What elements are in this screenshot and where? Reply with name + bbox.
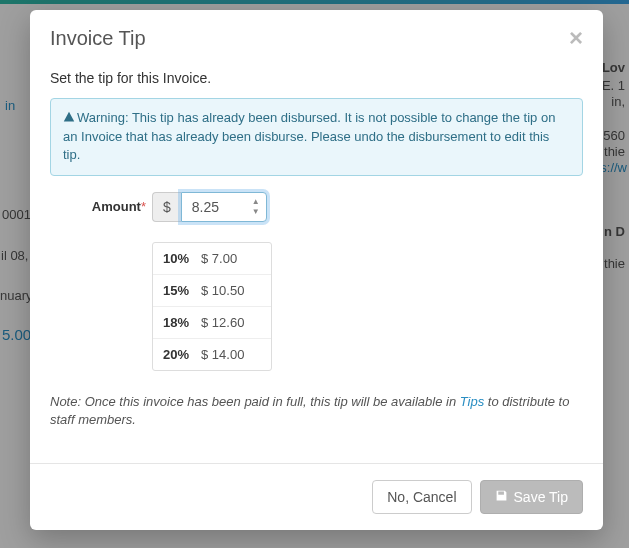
tip-percentage-table: 10% $ 7.00 15% $ 10.50 18% $ 12.60 20% $… [152, 242, 272, 371]
tip-amount: $ 7.00 [201, 251, 237, 266]
warning-icon [63, 110, 75, 128]
tip-percent: 10% [163, 251, 201, 266]
modal-header: Invoice Tip × [30, 10, 603, 62]
warning-alert: Warning: This tip has already been disbu… [50, 98, 583, 176]
tip-option[interactable]: 15% $ 10.50 [153, 275, 271, 307]
tip-amount: $ 12.60 [201, 315, 244, 330]
note-before: Note: Once this invoice has been paid in… [50, 394, 460, 409]
currency-addon: $ [152, 192, 181, 222]
amount-row: Amount* $ ▲ ▼ [50, 192, 583, 222]
stepper-down-icon[interactable]: ▼ [251, 208, 261, 216]
amount-spinner: ▲ ▼ [181, 192, 267, 222]
warning-text: This tip has already been disbursed. It … [63, 110, 555, 162]
tip-percent: 18% [163, 315, 201, 330]
modal-title: Invoice Tip [50, 27, 146, 50]
amount-input-group: $ ▲ ▼ [152, 192, 267, 222]
note-text: Note: Once this invoice has been paid in… [50, 393, 583, 429]
tip-option[interactable]: 10% $ 7.00 [153, 243, 271, 275]
lead-text: Set the tip for this Invoice. [50, 70, 583, 86]
modal-body: Set the tip for this Invoice. Warning: T… [30, 62, 603, 463]
required-asterisk: * [141, 199, 146, 214]
cancel-button[interactable]: No, Cancel [372, 480, 471, 514]
tip-option[interactable]: 18% $ 12.60 [153, 307, 271, 339]
invoice-tip-modal: Invoice Tip × Set the tip for this Invoi… [30, 10, 603, 530]
tip-percent: 15% [163, 283, 201, 298]
amount-label-text: Amount [92, 199, 141, 214]
save-button-label: Save Tip [514, 489, 568, 505]
amount-label: Amount* [50, 192, 146, 214]
tip-amount: $ 14.00 [201, 347, 244, 362]
save-tip-button[interactable]: Save Tip [480, 480, 583, 514]
tip-amount: $ 10.50 [201, 283, 244, 298]
modal-footer: No, Cancel Save Tip [30, 463, 603, 530]
warning-prefix: Warning: [77, 110, 129, 125]
stepper-up-icon[interactable]: ▲ [251, 198, 261, 206]
tip-percent: 20% [163, 347, 201, 362]
save-icon [495, 489, 508, 505]
tips-link[interactable]: Tips [460, 394, 484, 409]
close-icon[interactable]: × [569, 26, 583, 50]
tip-option[interactable]: 20% $ 14.00 [153, 339, 271, 370]
